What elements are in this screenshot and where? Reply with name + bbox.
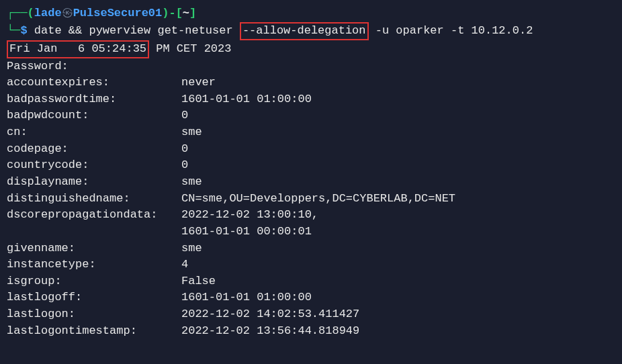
kv-row: lastlogontimestamp:2022-12-02 13:56:44.8… <box>7 323 615 340</box>
kv-val: 2022-12-02 14:02:53.411427 <box>181 308 359 320</box>
kv-key: badpasswordtime: <box>7 91 181 108</box>
kv-val: 0 <box>181 109 188 122</box>
kv-val: 0 <box>181 158 188 171</box>
prompt-path-close: ] <box>189 7 196 19</box>
kv-val: 4 <box>181 258 188 271</box>
kv-row: displayname:sme <box>7 174 615 191</box>
prompt-host: PulseSecure01 <box>73 7 163 19</box>
command-after[interactable]: -u oparker -t 10.12.0.2 <box>369 24 533 37</box>
kv-val: 2022-12-02 13:56:44.818949 <box>181 324 359 337</box>
kv-key: lastlogoff: <box>7 289 181 306</box>
kv-val: False <box>181 275 216 287</box>
kv-val: 1601-01-01 01:00:00 <box>181 291 312 304</box>
kv-row: dscorepropagationdata:2022-12-02 13:00:1… <box>7 207 615 224</box>
kv-key: lastlogontimestamp: <box>7 323 181 340</box>
kv-row: lastlogoff:1601-01-01 01:00:00 <box>7 289 615 306</box>
kv-row: countrycode:0 <box>7 157 615 174</box>
kv-row: accountexpires:never <box>7 75 615 91</box>
command-before[interactable]: date && pywerview get-netuser <box>34 24 240 37</box>
kv-row: badpwdcount:0 <box>7 107 615 124</box>
kv-key: lastlogon: <box>7 306 181 323</box>
prompt-path-open: -[ <box>169 7 182 19</box>
kv-row: distinguishedname:CN=sme,OU=Developpers,… <box>7 191 615 208</box>
kv-row: isgroup:False <box>7 273 615 290</box>
prompt-line-1: ┌──(lade㉿PulseSecure01)-[~] <box>7 5 615 22</box>
kv-row: lastlogon:2022-12-02 14:02:53.411427 <box>7 306 615 323</box>
kv-val: CN=sme,OU=Developpers,DC=CYBERLAB,DC=NET <box>181 192 455 205</box>
date-output: Fri Jan 6 05:24:35 PM CET 2023 <box>7 40 615 58</box>
kv-val: 1601-01-01 00:00:01 <box>181 225 312 238</box>
kv-row: codepage:0 <box>7 141 615 158</box>
prompt-dollar: $ <box>20 24 27 37</box>
kv-val: sme <box>181 175 202 188</box>
kv-row: instancetype:4 <box>7 257 615 273</box>
kv-key: badpwdcount: <box>7 107 181 124</box>
kv-key: isgroup: <box>7 273 181 290</box>
kv-key: accountexpires: <box>7 75 181 91</box>
kv-key: dscorepropagationdata: <box>7 207 181 224</box>
kv-row: cn:sme <box>7 124 615 141</box>
prompt-branch: └─ <box>7 24 20 37</box>
prompt-path: ~ <box>183 7 189 19</box>
prompt-line-2: └─$ date && pywerview get-netuser --allo… <box>7 22 615 40</box>
kv-key: instancetype: <box>7 257 181 273</box>
kv-key: codepage: <box>7 141 181 158</box>
kv-val: never <box>181 76 216 89</box>
kv-row: givenname:sme <box>7 240 615 257</box>
kv-key: Password: <box>7 58 181 75</box>
prompt-open-paren: ┌──( <box>7 7 34 19</box>
kv-val: 1601-01-01 01:00:00 <box>181 93 312 105</box>
highlight-allow-delegation: --allow-delegation <box>240 22 369 40</box>
kv-val: sme <box>181 126 202 138</box>
date-rest-text: PM CET 2023 <box>149 42 231 55</box>
kv-key: distinguishedname: <box>7 191 181 208</box>
prompt-at: ㉿ <box>62 7 73 19</box>
kv-row: 1601-01-01 00:00:01 <box>7 224 615 240</box>
kv-row: badpasswordtime:1601-01-01 01:00:00 <box>7 91 615 108</box>
highlight-date: Fri Jan 6 05:24:35 <box>7 40 149 58</box>
kv-row: Password: <box>7 58 615 75</box>
kv-key: countrycode: <box>7 157 181 174</box>
command-flag: --allow-delegation <box>242 24 366 37</box>
date-boxed-text: Fri Jan 6 05:24:35 <box>9 42 146 55</box>
kv-key: givenname: <box>7 240 181 257</box>
kv-val: 2022-12-02 13:00:10, <box>181 208 318 221</box>
prompt-user: lade <box>34 7 62 19</box>
kv-key: cn: <box>7 124 181 141</box>
kv-val: sme <box>181 242 202 255</box>
kv-key: displayname: <box>7 174 181 191</box>
kv-val: 0 <box>181 142 188 155</box>
prompt-close-paren: ) <box>162 7 169 19</box>
